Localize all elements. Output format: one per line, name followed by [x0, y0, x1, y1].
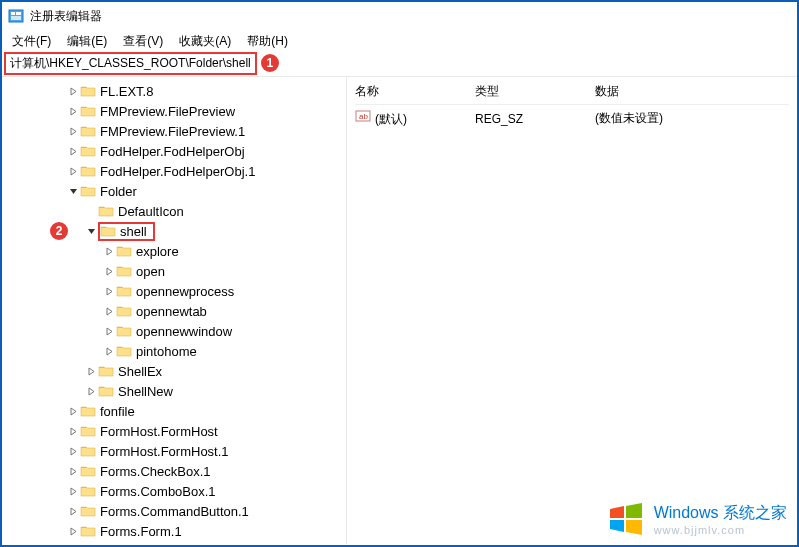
folder-icon	[80, 84, 96, 98]
chevron-right-icon[interactable]	[102, 247, 116, 256]
chevron-right-icon[interactable]	[84, 367, 98, 376]
tree-item[interactable]: FodHelper.FodHelperObj.1	[2, 161, 346, 181]
tree-item-label: FormHost.FormHost	[100, 424, 218, 439]
chevron-right-icon[interactable]	[66, 427, 80, 436]
menu-edit[interactable]: 编辑(E)	[61, 31, 113, 52]
windows-logo-icon	[606, 499, 646, 539]
svg-marker-7	[626, 503, 642, 518]
chevron-right-icon[interactable]	[66, 127, 80, 136]
tree-item[interactable]: 2shell	[2, 221, 346, 241]
tree-item[interactable]: FMPreview.FilePreview	[2, 101, 346, 121]
tree-panel[interactable]: FL.EXT.8FMPreview.FilePreviewFMPreview.F…	[2, 77, 347, 544]
tree-item-label: ShellEx	[118, 364, 162, 379]
tree-item-label: FMPreview.FilePreview.1	[100, 124, 245, 139]
tree-item-label: Forms.Form.1	[100, 524, 182, 539]
chevron-right-icon[interactable]	[66, 87, 80, 96]
chevron-right-icon[interactable]	[66, 467, 80, 476]
tree-item[interactable]: ShellNew	[2, 381, 346, 401]
menu-file[interactable]: 文件(F)	[6, 31, 57, 52]
tree-item[interactable]: opennewprocess	[2, 281, 346, 301]
list-body: ab(默认)REG_SZ(数值未设置)	[355, 105, 789, 132]
chevron-right-icon[interactable]	[102, 307, 116, 316]
tree-item-label: FMPreview.FilePreview	[100, 104, 235, 119]
svg-text:ab: ab	[359, 112, 368, 121]
header-type[interactable]: 类型	[475, 83, 595, 100]
tree-item[interactable]: Forms.CheckBox.1	[2, 461, 346, 481]
header-name[interactable]: 名称	[355, 83, 475, 100]
watermark: Windows 系统之家 www.bjjmlv.com	[606, 499, 787, 539]
svg-rect-3	[11, 16, 21, 20]
list-row[interactable]: ab(默认)REG_SZ(数值未设置)	[355, 105, 789, 132]
tree-item-label: Folder	[100, 184, 137, 199]
values-panel[interactable]: 名称 类型 数据 ab(默认)REG_SZ(数值未设置)	[347, 77, 797, 544]
tree-item-label: DefaultIcon	[118, 204, 184, 219]
chevron-right-icon[interactable]	[66, 507, 80, 516]
value-name-cell: ab(默认)	[355, 109, 475, 128]
chevron-right-icon[interactable]	[102, 347, 116, 356]
svg-marker-8	[610, 520, 624, 532]
tree-item[interactable]: DefaultIcon	[2, 201, 346, 221]
tree-item-label: explore	[136, 244, 179, 259]
tree-item-label: FodHelper.FodHelperObj	[100, 144, 245, 159]
tree-item[interactable]: fonfile	[2, 401, 346, 421]
chevron-right-icon[interactable]	[66, 107, 80, 116]
chevron-right-icon[interactable]	[84, 387, 98, 396]
svg-marker-6	[610, 506, 624, 518]
folder-icon	[80, 464, 96, 478]
tree-item[interactable]: pintohome	[2, 341, 346, 361]
tree-item[interactable]: ShellEx	[2, 361, 346, 381]
tree-item[interactable]: FL.EXT.8	[2, 81, 346, 101]
tree-item[interactable]: FormHost.FormHost	[2, 421, 346, 441]
tree-item[interactable]: Forms.ComboBox.1	[2, 481, 346, 501]
folder-icon	[80, 524, 96, 538]
app-icon	[8, 8, 24, 24]
tree-item-selected[interactable]: shell	[98, 222, 155, 241]
addressbar-row: 计算机\HKEY_CLASSES_ROOT\Folder\shell 1	[2, 52, 797, 74]
folder-icon	[116, 264, 132, 278]
tree-item[interactable]: FormHost.FormHost.1	[2, 441, 346, 461]
tree-item[interactable]: opennewtab	[2, 301, 346, 321]
address-path[interactable]: 计算机\HKEY_CLASSES_ROOT\Folder\shell	[4, 52, 257, 75]
menu-view[interactable]: 查看(V)	[117, 31, 169, 52]
folder-icon	[116, 304, 132, 318]
folder-icon	[80, 404, 96, 418]
chevron-right-icon[interactable]	[102, 267, 116, 276]
tree-item[interactable]: FodHelper.FodHelperObj	[2, 141, 346, 161]
tree-item[interactable]: opennewwindow	[2, 321, 346, 341]
folder-icon	[116, 344, 132, 358]
tree-item[interactable]: open	[2, 261, 346, 281]
chevron-right-icon[interactable]	[66, 407, 80, 416]
chevron-right-icon[interactable]	[66, 167, 80, 176]
folder-icon	[98, 384, 114, 398]
chevron-down-icon[interactable]	[66, 187, 80, 196]
tree-item-label: pintohome	[136, 344, 197, 359]
chevron-right-icon[interactable]	[66, 527, 80, 536]
chevron-right-icon[interactable]	[66, 447, 80, 456]
value-type-cell: REG_SZ	[475, 112, 595, 126]
svg-rect-2	[16, 12, 21, 15]
folder-icon	[80, 104, 96, 118]
tree-item-label: Forms.ComboBox.1	[100, 484, 216, 499]
tree-item-label: opennewprocess	[136, 284, 234, 299]
menu-favorites[interactable]: 收藏夹(A)	[173, 31, 237, 52]
tree-item-label: opennewtab	[136, 304, 207, 319]
header-data[interactable]: 数据	[595, 83, 789, 100]
tree-item[interactable]: Forms.CommandButton.1	[2, 501, 346, 521]
chevron-right-icon[interactable]	[66, 147, 80, 156]
chevron-right-icon[interactable]	[102, 327, 116, 336]
tree-item[interactable]: explore	[2, 241, 346, 261]
folder-icon	[116, 244, 132, 258]
menu-help[interactable]: 帮助(H)	[241, 31, 294, 52]
tree-item[interactable]: Forms.Form.1	[2, 521, 346, 541]
tree-item[interactable]: Folder	[2, 181, 346, 201]
folder-icon	[80, 504, 96, 518]
folder-icon	[80, 444, 96, 458]
folder-icon	[80, 164, 96, 178]
chevron-right-icon[interactable]	[102, 287, 116, 296]
folder-icon	[80, 424, 96, 438]
chevron-down-icon[interactable]	[84, 227, 98, 236]
tree-item-label: FodHelper.FodHelperObj.1	[100, 164, 255, 179]
chevron-right-icon[interactable]	[66, 487, 80, 496]
tree-item[interactable]: FMPreview.FilePreview.1	[2, 121, 346, 141]
folder-icon	[80, 144, 96, 158]
